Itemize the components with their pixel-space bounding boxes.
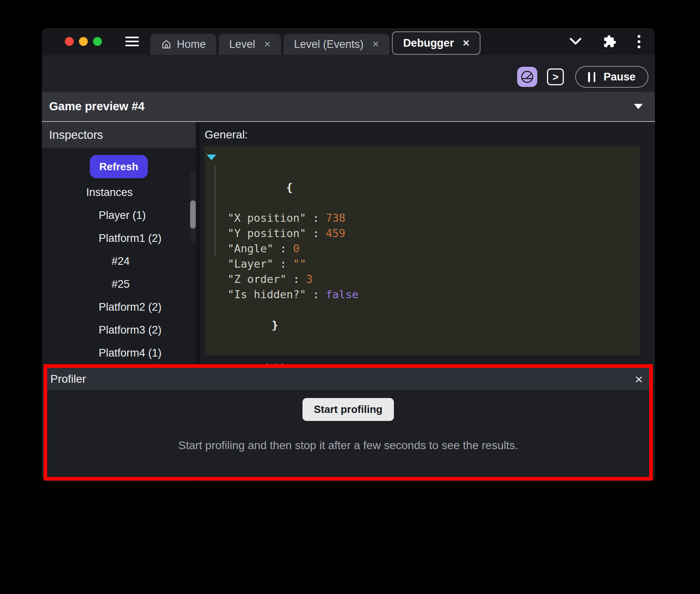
tree-item-instances[interactable]: Instances — [42, 181, 196, 204]
close-icon[interactable]: × — [463, 37, 469, 49]
general-section-label: General: — [205, 127, 655, 143]
tree-item-platform3[interactable]: Platform3 (2) — [42, 319, 196, 342]
terminal-chevron-icon: > — [553, 71, 559, 83]
json-open-line: { — [205, 149, 640, 210]
json-line-z-order[interactable]: "Z order" : 3 — [205, 272, 640, 287]
sidebar-header: Inspectors — [42, 122, 196, 148]
home-icon — [161, 39, 172, 50]
json-close-line: } — [205, 302, 640, 348]
pause-label: Pause — [603, 71, 636, 83]
gauge-icon — [520, 70, 534, 84]
instances-tree: Instances Player (1) Platform1 (2) #24 #… — [42, 181, 196, 365]
main-menu-icon[interactable] — [125, 37, 139, 46]
tree-item-player[interactable]: Player (1) — [42, 204, 196, 227]
tab-level-events[interactable]: Level (Events) × — [284, 34, 389, 55]
titlebar: Home Level × Level (Events) × Debugger × — [42, 28, 655, 55]
pause-button[interactable]: Pause — [575, 66, 648, 88]
tree-item-platform1[interactable]: Platform1 (2) — [42, 227, 196, 250]
close-icon[interactable]: × — [635, 372, 643, 386]
profiler-gauge-button[interactable] — [517, 67, 537, 87]
refresh-button[interactable]: Refresh — [90, 155, 148, 178]
app-window: Home Level × Level (Events) × Debugger × — [42, 28, 655, 481]
profiler-description: Start profiling and then stop it after a… — [178, 439, 518, 452]
collapse-arrow-icon[interactable] — [207, 155, 216, 160]
tab-home[interactable]: Home — [150, 34, 216, 55]
tab-label: Level — [229, 38, 255, 51]
sidebar-scrollbar-thumb[interactable] — [190, 200, 196, 229]
tab-label: Debugger — [403, 37, 454, 50]
titlebar-actions — [569, 35, 640, 48]
profiler-body: Start profiling Start profiling and then… — [47, 390, 649, 452]
chevron-down-icon[interactable] — [569, 37, 582, 46]
more-options-icon[interactable] — [638, 35, 640, 48]
tab-debugger[interactable]: Debugger × — [392, 31, 480, 55]
json-line-x-position[interactable]: "X position" : 738 — [205, 210, 640, 226]
pause-icon — [588, 72, 595, 82]
tab-bar: Home Level × Level (Events) × Debugger × — [150, 28, 480, 55]
dropdown-arrow-icon — [634, 104, 643, 109]
close-window-button[interactable] — [65, 37, 74, 46]
general-properties-editor[interactable]: { "X position" : 738 "Y position" : 459 … — [205, 146, 640, 355]
json-line-layer[interactable]: "Layer" : "" — [205, 256, 640, 272]
start-profiling-button[interactable]: Start profiling — [302, 398, 393, 421]
tree-item-25[interactable]: #25 — [42, 273, 196, 296]
extensions-puzzle-icon[interactable] — [603, 35, 617, 48]
tab-label: Home — [177, 38, 206, 51]
json-line-y-position[interactable]: "Y position" : 459 — [205, 226, 640, 241]
tree-item-24[interactable]: #24 — [42, 250, 196, 273]
traffic-lights — [65, 37, 102, 46]
json-line-is-hidden[interactable]: "Is hidden?" : false — [205, 287, 640, 302]
game-preview-selector[interactable]: Game preview #4 — [42, 92, 655, 122]
close-icon[interactable]: × — [264, 39, 271, 50]
console-button[interactable]: > — [547, 68, 564, 85]
minimize-window-button[interactable] — [79, 37, 88, 46]
maximize-window-button[interactable] — [93, 37, 102, 46]
tree-item-platform4[interactable]: Platform4 (1) — [42, 342, 196, 365]
tab-label: Level (Events) — [294, 38, 364, 51]
profiler-title: Profiler — [50, 373, 86, 386]
game-preview-label: Game preview #4 — [49, 100, 145, 113]
tree-item-platform2[interactable]: Platform2 (2) — [42, 296, 196, 319]
profiler-panel: Profiler × Start profiling Start profili… — [43, 364, 653, 481]
tab-level[interactable]: Level × — [219, 34, 281, 55]
profiler-header: Profiler × — [47, 368, 649, 390]
json-line-angle[interactable]: "Angle" : 0 — [205, 241, 640, 256]
close-icon[interactable]: × — [373, 39, 379, 50]
sidebar-title: Inspectors — [49, 128, 103, 142]
